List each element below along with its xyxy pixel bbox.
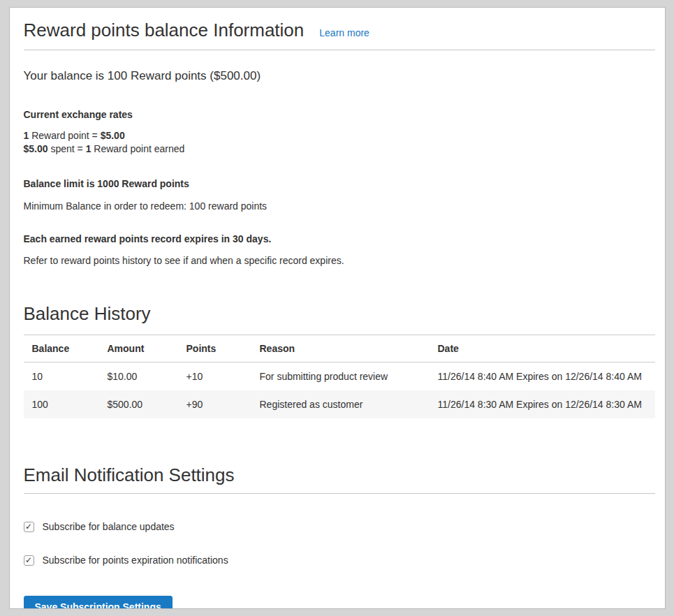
balance-limit-text: Balance limit is 1000 Reward points: [24, 178, 655, 189]
points-expiration-option: Subscribe for points expiration notifica…: [24, 555, 655, 566]
expiry-text: Each earned reward points record expires…: [24, 233, 655, 244]
rate-text: Reward point =: [29, 130, 100, 141]
cell-points: +10: [178, 362, 251, 391]
cell-date: 11/26/14 8:30 AM Expires on 12/26/14 8:3…: [430, 390, 655, 418]
rate-value: $5.00: [101, 130, 125, 141]
balance-updates-checkbox[interactable]: [24, 522, 34, 532]
table-header-row: Balance Amount Points Reason Date: [24, 335, 655, 362]
cell-amount: $10.00: [99, 362, 178, 391]
column-header-reason: Reason: [251, 335, 430, 362]
cell-reason: For submitting product review: [251, 362, 430, 391]
balance-history-heading: Balance History: [24, 303, 655, 324]
reward-points-panel: Reward points balance Information Learn …: [9, 7, 666, 609]
exchange-rates: 1 Reward point = $5.00 $5.00 spent = 1 R…: [24, 129, 655, 156]
balance-summary: Your balance is 100 Reward points ($500.…: [24, 69, 655, 83]
page-header: Reward points balance Information Learn …: [24, 19, 655, 41]
exchange-rates-heading: Current exchange rates: [24, 109, 655, 120]
email-settings-heading: Email Notification Settings: [24, 464, 655, 485]
column-header-balance: Balance: [24, 335, 99, 362]
column-header-date: Date: [430, 335, 655, 362]
page-title: Reward points balance Information: [24, 19, 305, 41]
rate-value: $5.00: [24, 143, 48, 154]
header-divider: [24, 50, 655, 50]
table-row: 10 $10.00 +10 For submitting product rev…: [24, 362, 655, 391]
exchange-rate-line-2: $5.00 spent = 1 Reward point earned: [24, 143, 185, 154]
column-header-points: Points: [178, 335, 251, 362]
checkbox-label[interactable]: Subscribe for points expiration notifica…: [43, 555, 228, 566]
cell-balance: 100: [24, 390, 99, 418]
cell-balance: 10: [24, 362, 99, 391]
cell-reason: Registered as customer: [251, 390, 430, 418]
cell-date: 11/26/14 8:40 AM Expires on 12/26/14 8:4…: [430, 362, 655, 391]
points-expiration-checkbox[interactable]: [24, 555, 34, 566]
exchange-rate-line-1: 1 Reward point = $5.00: [24, 130, 125, 141]
column-header-amount: Amount: [99, 335, 178, 362]
rate-text: Reward point earned: [91, 143, 184, 154]
rate-text: spent =: [48, 143, 86, 154]
email-settings-divider: [24, 493, 655, 494]
cell-amount: $500.00: [99, 390, 178, 418]
checkbox-label[interactable]: Subscribe for balance updates: [43, 521, 175, 532]
save-subscription-button[interactable]: Save Subscription Settings: [24, 596, 173, 609]
learn-more-link[interactable]: Learn more: [319, 27, 369, 38]
balance-updates-option: Subscribe for balance updates: [24, 521, 655, 532]
balance-history-table: Balance Amount Points Reason Date 10 $10…: [24, 335, 655, 418]
table-row: 100 $500.00 +90 Registered as customer 1…: [24, 390, 655, 418]
min-redeem-text: Minimum Balance in order to redeem: 100 …: [24, 200, 655, 212]
cell-points: +90: [178, 390, 251, 418]
expiry-note-text: Refer to reward points history to see if…: [24, 255, 655, 266]
